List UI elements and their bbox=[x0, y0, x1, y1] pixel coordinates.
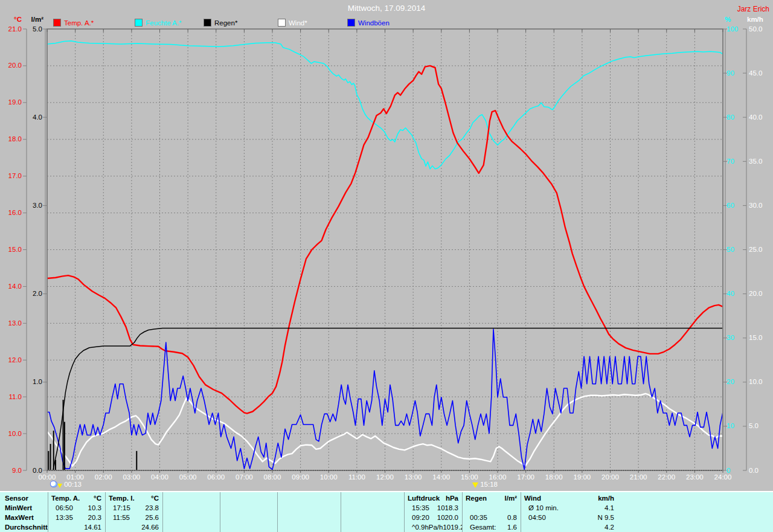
cell-value bbox=[337, 513, 341, 522]
cell-value: 1018.3 bbox=[437, 503, 462, 513]
legend-item: Wind* bbox=[278, 19, 307, 26]
cell-time: Temp. A. bbox=[48, 493, 80, 503]
time-tick-label: 22:00 bbox=[658, 473, 675, 481]
legend-swatch-icon bbox=[278, 19, 286, 27]
cell-time bbox=[163, 493, 166, 503]
cell-time bbox=[220, 493, 223, 503]
cell-value: 24.66 bbox=[141, 522, 162, 532]
temp-tick-label: 14.0 bbox=[0, 283, 22, 290]
cell-value bbox=[274, 503, 277, 513]
table-cell bbox=[163, 522, 220, 532]
wind-tick-label: 10.0 bbox=[749, 378, 762, 385]
time-tick-label: 21:00 bbox=[630, 473, 647, 481]
rain-tick-label: 4.0 bbox=[18, 114, 42, 121]
cell-time: 17:15 bbox=[106, 503, 130, 513]
time-tick-label: 20:00 bbox=[601, 473, 619, 481]
cell-time: Gesamt: bbox=[463, 522, 496, 532]
table-cell bbox=[278, 522, 341, 532]
marker-time: 15:18 bbox=[480, 481, 498, 488]
weather-plot bbox=[0, 0, 773, 490]
cell-time bbox=[278, 522, 285, 532]
marker-arrow-icon bbox=[472, 482, 478, 488]
humidity-tick-label: 70 bbox=[726, 158, 734, 165]
cell-value bbox=[274, 522, 277, 532]
cell-value: 4.1 bbox=[605, 503, 618, 513]
table-column: SensorMinWertMaxWertDurchschnitt bbox=[0, 492, 48, 532]
rain-axis-unit: l/m² bbox=[18, 16, 43, 23]
wind-tick-label: 35.0 bbox=[749, 158, 762, 165]
rain-tick-label: 3.0 bbox=[18, 202, 42, 209]
cell-value: 23.8 bbox=[146, 503, 162, 513]
cell-time bbox=[278, 513, 285, 522]
cell-value: N 9.5 bbox=[598, 513, 618, 522]
time-tick-label: 23:00 bbox=[686, 473, 704, 481]
table-cell: Gesamt:1.6 bbox=[463, 522, 521, 532]
wind-tick-label: 25.0 bbox=[749, 246, 762, 253]
cell-time: 04:50 bbox=[521, 513, 546, 522]
marker-time: 00:13 bbox=[64, 481, 82, 488]
cell-time bbox=[278, 493, 281, 503]
cell-time bbox=[521, 522, 528, 532]
table-cell: 13:3520.3 bbox=[48, 513, 105, 522]
time-tick-label: 05:00 bbox=[179, 473, 197, 481]
cell-value bbox=[274, 513, 277, 522]
cell-time: Temp. I. bbox=[106, 493, 135, 503]
humidity-tick-label: 80 bbox=[726, 114, 734, 121]
table-header-cell bbox=[341, 493, 404, 503]
cell-value: 1020.0 bbox=[437, 513, 462, 522]
legend-item: Feuchte A.* bbox=[135, 19, 181, 26]
table-cell bbox=[278, 513, 341, 522]
cell-value bbox=[400, 503, 404, 513]
cell-time bbox=[220, 503, 228, 513]
cell-time bbox=[163, 522, 170, 532]
time-tick-label: 04:00 bbox=[151, 473, 168, 481]
page-title: Mittwoch, 17.09.2014 bbox=[0, 4, 773, 13]
humidity-tick-label: 40 bbox=[726, 290, 734, 297]
cell-value: km/h bbox=[598, 493, 618, 503]
cell-time bbox=[220, 522, 228, 532]
table-cell: ^0.9hPa/h1019.2 bbox=[405, 522, 462, 532]
table-cell bbox=[220, 513, 277, 522]
cell-value bbox=[216, 493, 220, 503]
cell-time: 15:35 bbox=[405, 503, 429, 513]
table-cell: Ø 10 min.4.1 bbox=[521, 503, 618, 513]
table-cell bbox=[341, 522, 404, 532]
table-cell: 06:5010.3 bbox=[48, 503, 105, 513]
table-column: Temp. A.°C06:5010.313:3520.314.61 bbox=[48, 492, 106, 532]
table-cell: 14.61 bbox=[48, 522, 105, 532]
time-tick-label: 18:00 bbox=[545, 473, 563, 481]
cell-time bbox=[220, 513, 228, 522]
legend-swatch-icon bbox=[204, 19, 211, 27]
legend-label: Wind* bbox=[289, 19, 307, 27]
legend-swatch-icon bbox=[347, 19, 355, 27]
temp-tick-label: 11.0 bbox=[0, 393, 22, 400]
time-tick-label: 13:00 bbox=[405, 473, 422, 481]
wind-tick-label: 45.0 bbox=[749, 69, 762, 77]
table-header-cell: LuftdruckhPa bbox=[405, 493, 462, 503]
cell-value: 0.8 bbox=[507, 513, 521, 522]
table-header-cell: Windkm/h bbox=[521, 493, 618, 503]
cell-time bbox=[341, 503, 348, 513]
cell-time bbox=[48, 522, 56, 532]
table-cell bbox=[220, 522, 277, 532]
legend-item: Temp. A.* bbox=[53, 19, 94, 26]
legend-swatch-icon bbox=[53, 19, 61, 27]
table-column: LuftdruckhPa15:351018.309:201020.0^0.9hP… bbox=[405, 492, 463, 532]
table-cell: 17:1523.8 bbox=[106, 503, 162, 513]
legend-item: Windböen bbox=[347, 19, 390, 26]
cell-value: 25.6 bbox=[146, 513, 162, 522]
table-cell: 00:350.8 bbox=[463, 513, 521, 522]
table-header-cell: Regenl/m² bbox=[463, 493, 521, 503]
legend-item: Regen* bbox=[204, 19, 237, 26]
cell-time: 13:35 bbox=[48, 513, 73, 522]
humidity-axis-unit: % bbox=[725, 16, 731, 23]
time-tick-label: 00:00 bbox=[39, 473, 56, 481]
table-cell: 04:50N 9.5 bbox=[521, 513, 618, 522]
humidity-tick-label: 10 bbox=[726, 422, 734, 429]
temp-tick-label: 10.0 bbox=[0, 430, 22, 437]
cell-time: Ø 10 min. bbox=[521, 503, 559, 513]
marker-arrow-icon bbox=[57, 484, 62, 488]
cell-value bbox=[400, 513, 404, 522]
wind-tick-label: 5.0 bbox=[749, 422, 759, 429]
cell-value: °C bbox=[151, 493, 162, 503]
